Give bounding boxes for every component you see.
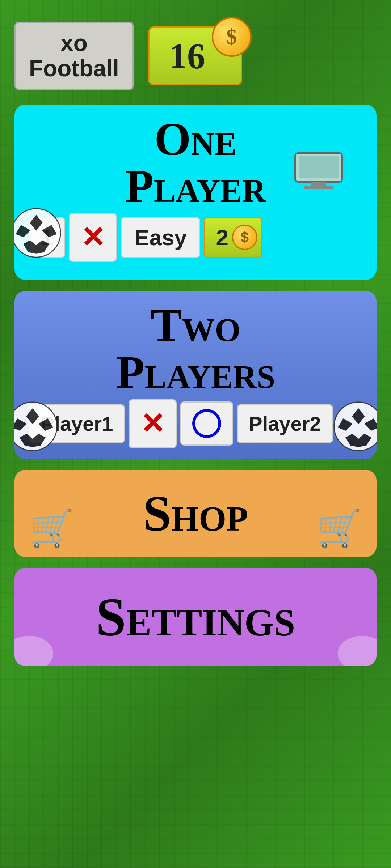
coin-small-icon: $ [232,225,257,250]
one-player-options: 1 ✕ Easy 2 $ [29,213,362,262]
settings-deco-left [14,616,54,666]
option-difficulty[interactable]: Easy [121,217,200,258]
settings-title: Settings [96,586,295,648]
one-player-section[interactable]: One Player 1 ✕ Easy 2 $ [14,105,377,280]
two-players-section[interactable]: Two Players Player1 ✕ Player2 [14,291,377,459]
coin-icon: $ [212,17,252,57]
option-circle[interactable] [180,401,233,446]
two-players-options: Player1 ✕ Player2 [29,399,362,448]
coins-badge: 16 $ [148,26,242,85]
option-coins[interactable]: 2 $ [204,217,262,258]
cart-icon-left: 🛒 [29,507,74,550]
svg-rect-7 [299,156,339,178]
settings-section[interactable]: Settings [14,568,377,666]
svg-rect-8 [311,182,326,186]
one-player-title: One Player [29,115,362,209]
monitor-icon [293,151,344,199]
shop-title: Shop [143,484,248,542]
ball-deco-one-left [14,208,62,258]
ball-deco-two-right [333,401,377,452]
settings-deco-right [337,616,377,666]
option-player2[interactable]: Player2 [237,404,333,443]
option-cross-2[interactable]: ✕ [129,399,177,448]
logo-text2: Football [29,55,119,81]
cart-icon-right: 🛒 [317,507,362,550]
svg-point-23 [338,636,377,666]
logo-badge: xo Football [14,22,134,90]
svg-point-22 [14,636,53,666]
svg-rect-9 [304,186,333,189]
header-row: xo Football 16 $ [14,22,377,90]
ball-deco-two-left [14,401,58,452]
two-players-title: Two Players [29,302,362,396]
logo-text: xo [60,30,88,56]
option-cross-1[interactable]: ✕ [69,213,117,262]
coins-value: 16 [169,36,205,76]
shop-section[interactable]: 🛒 Shop 🛒 [14,470,377,557]
